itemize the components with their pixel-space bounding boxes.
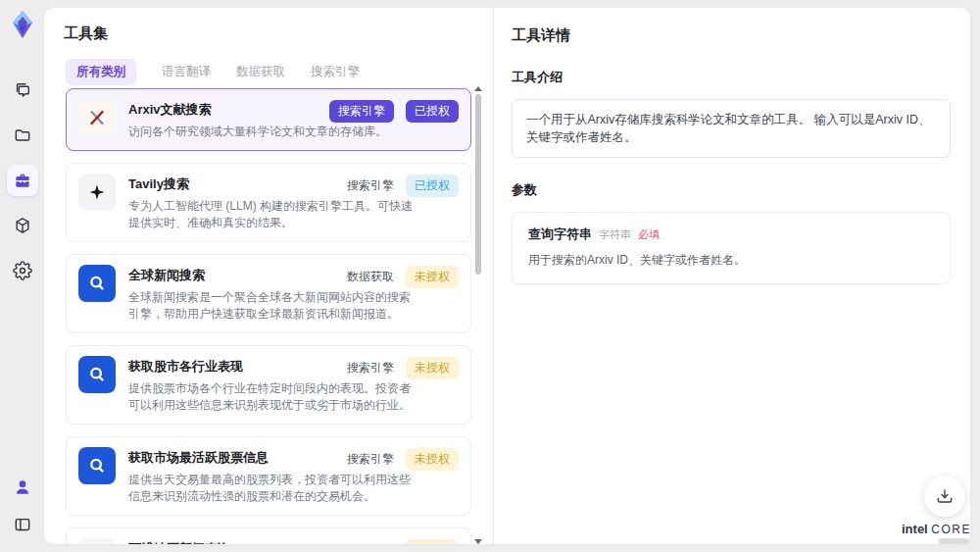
tab-category-3[interactable]: 搜索引擎 xyxy=(311,59,360,85)
list-scrollbar[interactable] xyxy=(474,86,482,544)
tool-auth-badge: 未授权 xyxy=(406,266,459,288)
scrollbar-up-arrow[interactable] xyxy=(474,86,482,91)
tab-category-0[interactable]: 所有类别 xyxy=(66,59,136,85)
sparkle-icon xyxy=(78,174,116,211)
search-app-icon xyxy=(78,265,116,302)
sidebar-item-packages[interactable] xyxy=(7,210,38,241)
app-logo-icon xyxy=(6,8,39,41)
tool-intro-text: 一个用于从Arxiv存储库搜索科学论文和文章的工具。 输入可以是Arxiv ID… xyxy=(512,99,951,158)
tab-category-2[interactable]: 数据获取 xyxy=(236,59,285,85)
sidebar-item-user[interactable] xyxy=(7,472,38,503)
app-sidebar xyxy=(0,0,44,552)
tool-category-badge: 搜索引擎 xyxy=(347,360,394,376)
tool-card[interactable]: 获取市场最活跃股票信息提供当天交易量最高的股票列表，投资者可以利用这些信息来识别… xyxy=(66,436,471,516)
tool-meta: 搜索引擎未授权 xyxy=(347,448,459,471)
tool-card[interactable]: 获取股市各行业表现提供股票市场各个行业在特定时间段内的表现。投资者可以利用这些信… xyxy=(66,345,471,425)
sidebar-item-panel-toggle[interactable] xyxy=(7,509,38,540)
tool-auth-badge: 已授权 xyxy=(406,175,459,197)
tool-category-badge: 数据获取 xyxy=(347,269,394,285)
sidebar-item-files[interactable] xyxy=(7,120,38,151)
tool-card[interactable]: 全球新闻搜索全球新闻搜索是一个聚合全球各大新闻网站内容的搜索引擎，帮助用户快速获… xyxy=(66,254,471,333)
tool-card[interactable]: Tavily搜索专为人工智能代理 (LLM) 构建的搜索引擎工具。可快速提供实时… xyxy=(66,163,471,242)
params-section-title: 参数 xyxy=(512,181,951,199)
tool-list-pane: 工具集 所有类别语言翻译数据获取搜索引擎 Arxiv文献搜索访问各个研究领域大量… xyxy=(44,8,493,544)
toolbox-icon xyxy=(13,171,32,190)
category-tabs: 所有类别语言翻译数据获取搜索引擎 xyxy=(66,59,493,85)
intel-core-logo: intel CORE xyxy=(902,522,970,544)
folder-icon xyxy=(13,125,32,145)
tool-list: Arxiv文献搜索访问各个研究领域大量科学论文和文章的存储库。搜索引擎已授权Ta… xyxy=(66,88,471,544)
user-icon xyxy=(13,477,32,497)
newspaper-icon xyxy=(78,538,116,544)
search-app-icon xyxy=(78,356,116,393)
tool-meta: 搜索引擎已授权 xyxy=(347,175,459,197)
tool-meta: 搜索引擎未授权 xyxy=(347,539,459,544)
intro-section-title: 工具介绍 xyxy=(512,69,951,86)
sidebar-bottom xyxy=(7,472,38,540)
tool-card[interactable]: Arxiv文献搜索访问各个研究领域大量科学论文和文章的存储库。搜索引擎已授权 xyxy=(66,88,471,151)
param-list: 查询字符串字符串必填用于搜索的Arxiv ID、关键字或作者姓名。 xyxy=(512,212,951,284)
tool-auth-badge: 未授权 xyxy=(406,448,459,471)
search-app-icon xyxy=(78,447,116,484)
tool-description: 提供当天交易量最高的股票列表，投资者可以利用这些信息来识别流动性强的股票和潜在的… xyxy=(128,472,459,505)
sidebar-nav xyxy=(7,75,38,286)
param-required-flag: 必填 xyxy=(638,227,660,242)
tool-category-badge: 搜索引擎 xyxy=(329,100,394,123)
intel-wordmark: intel xyxy=(902,522,928,536)
page-title: 工具集 xyxy=(64,25,493,43)
core-wordmark: CORE xyxy=(931,523,971,536)
tool-auth-badge: 未授权 xyxy=(406,539,459,544)
tool-card[interactable]: 万维地区新闻查询查询具体行政区划内的新闻，快速了解各地新闻动搜索引擎未授权 xyxy=(66,527,471,544)
tool-auth-badge: 已授权 xyxy=(406,100,459,123)
cube-icon xyxy=(13,216,32,235)
tool-meta: 搜索引擎未授权 xyxy=(347,357,459,379)
arxiv-x-icon xyxy=(78,99,116,136)
gear-icon xyxy=(13,261,32,280)
intel-logo-subtext xyxy=(939,538,968,544)
param-card: 查询字符串字符串必填用于搜索的Arxiv ID、关键字或作者姓名。 xyxy=(512,212,951,284)
detail-title: 工具详情 xyxy=(512,26,951,45)
tool-meta: 搜索引擎已授权 xyxy=(329,100,459,123)
panel-toggle-icon xyxy=(13,515,32,534)
param-type: 字符串 xyxy=(599,227,631,242)
tool-description: 全球新闻搜索是一个聚合全球各大新闻网站内容的搜索引擎，帮助用户快速获取全球最新资… xyxy=(128,289,459,323)
tool-detail-pane: 工具详情 工具介绍 一个用于从Arxiv存储库搜索科学论文和文章的工具。 输入可… xyxy=(494,8,970,544)
download-button[interactable] xyxy=(924,476,965,517)
tab-category-1[interactable]: 语言翻译 xyxy=(162,59,211,85)
main-content: 工具集 所有类别语言翻译数据获取搜索引擎 Arxiv文献搜索访问各个研究领域大量… xyxy=(44,8,970,544)
tool-description: 提供股票市场各个行业在特定时间段内的表现。投资者可以利用这些信息来识别表现优于或… xyxy=(128,380,459,414)
tool-description: 专为人工智能代理 (LLM) 构建的搜索引擎工具。可快速提供实时、准确和真实的结… xyxy=(128,198,459,231)
tool-description: 访问各个研究领域大量科学论文和文章的存储库。 xyxy=(128,124,459,140)
scrollbar-down-arrow[interactable] xyxy=(474,539,482,544)
tool-category-badge: 搜索引擎 xyxy=(347,542,394,544)
scrollbar-thumb[interactable] xyxy=(475,94,481,275)
sidebar-item-chat[interactable] xyxy=(7,75,38,106)
tool-category-badge: 搜索引擎 xyxy=(347,177,394,194)
chat-icon xyxy=(13,80,32,100)
sidebar-item-settings[interactable] xyxy=(7,255,38,286)
download-icon xyxy=(936,487,954,505)
tool-auth-badge: 未授权 xyxy=(406,357,459,379)
param-name: 查询字符串 xyxy=(528,226,592,243)
tool-category-badge: 搜索引擎 xyxy=(347,451,394,468)
sidebar-item-toolbox[interactable] xyxy=(7,165,38,196)
param-description: 用于搜索的Arxiv ID、关键字或作者姓名。 xyxy=(528,252,934,269)
tool-meta: 数据获取未授权 xyxy=(347,266,459,288)
